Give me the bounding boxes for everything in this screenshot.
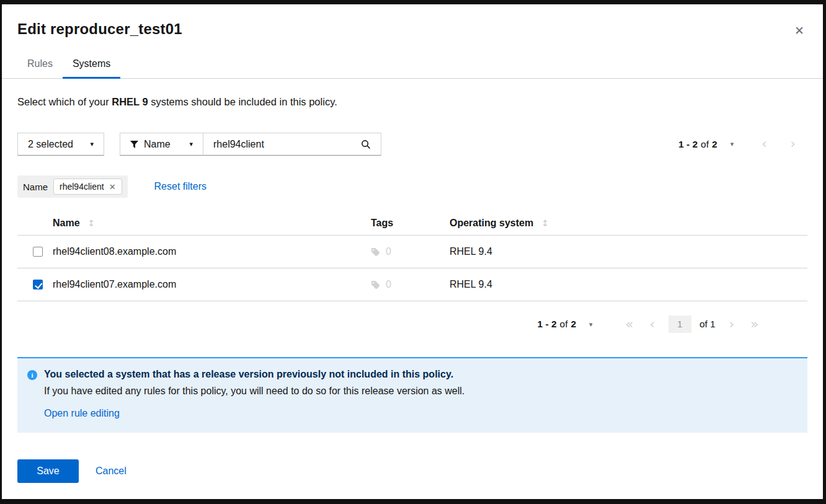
table-row: rhel94client08.example.com 0 RHEL 9.4 [17,236,807,268]
modal-title: Edit reproducer_test01 [17,20,807,38]
alert-title: You selected a system that has a release… [44,369,453,380]
header-checkbox-cell [17,211,53,236]
modal-backdrop: Edit reproducer_test01 ✕ Rules Systems S… [0,0,826,504]
sort-icon[interactable]: ↕ [541,218,549,228]
tags-cell[interactable]: 0 [371,246,450,257]
sort-icon[interactable]: ↕ [88,218,95,228]
save-button[interactable]: Save [17,459,79,483]
row-checkbox[interactable] [33,247,43,257]
tab-rules[interactable]: Rules [17,52,63,78]
alert-header: i You selected a system that has a relea… [27,369,797,380]
bulk-select-dropdown[interactable]: 2 selected ▾ [17,133,104,156]
tags-cell[interactable]: 0 [371,279,450,290]
description-rhel-version: RHEL 9 [112,96,148,107]
pagination-nav: ‹ › [750,138,807,151]
description-text: Select which of your RHEL 9 systems shou… [17,96,807,108]
description-prefix: Select which of your [17,96,112,107]
description-suffix: systems should be included in this polic… [148,96,337,107]
search-input[interactable] [213,139,350,150]
tag-icon [371,247,380,257]
pagination-of: of [701,139,709,150]
caret-down-icon: ▾ [90,140,94,148]
tag-count: 0 [386,279,391,290]
modal-header: Edit reproducer_test01 ✕ [2,4,823,38]
per-page-menu-toggle[interactable]: 1 - 2 of 2 ▾ [678,139,734,150]
pagination-top: 1 - 2 of 2 ▾ ‹ › [678,138,807,151]
chip-value: rhel94client [60,182,104,192]
alert-description: If you have edited any rules for this po… [44,386,797,397]
cancel-button[interactable]: Cancel [95,466,127,477]
caret-down-icon: ▾ [731,140,734,148]
column-header-tags-label: Tags [371,218,393,228]
filter-toolbar: 2 selected ▾ Name ▾ [17,133,807,156]
pagination-range: 1 - 2 [678,139,698,150]
system-name-cell: rhel94client07.example.com [53,268,371,301]
toolbar-filters: 2 selected ▾ Name ▾ [17,133,381,156]
caret-down-icon: ▾ [189,140,193,148]
modal-body: Select which of your RHEL 9 systems shou… [2,79,823,441]
first-page-icon[interactable]: « [618,318,642,331]
close-icon[interactable]: ✕ [791,24,808,37]
row-checkbox[interactable] [33,280,43,290]
open-rule-editing-link[interactable]: Open rule editing [44,408,120,419]
per-page-menu-toggle[interactable]: 1 - 2 of 2 ▾ [538,319,593,330]
pagination-total: 2 [571,319,576,330]
last-page-icon[interactable]: » [742,318,766,331]
chevron-left-icon[interactable]: ‹ [750,138,778,151]
filter-icon [130,141,138,148]
edit-policy-modal: Edit reproducer_test01 ✕ Rules Systems S… [2,4,823,499]
tab-bar: Rules Systems [2,52,823,79]
systems-table: Name↕ Tags Operating system↕ rhel94clien… [17,211,807,301]
system-name-cell: rhel94client08.example.com [53,236,371,268]
column-header-os-label: Operating system [450,218,533,228]
tag-count: 0 [386,246,391,257]
chevron-left-icon[interactable]: ‹ [641,318,662,331]
search-filter-group: Name ▾ [120,133,381,156]
pagination-of: of [560,319,568,330]
info-icon: i [27,370,37,380]
os-cell: RHEL 9.4 [450,236,807,268]
filter-chip: rhel94client ✕ [53,179,122,195]
column-header-tags: Tags [371,211,450,236]
total-pages-label: of 1 [699,319,716,330]
filter-type-dropdown[interactable]: Name ▾ [120,133,203,156]
table-row: rhel94client07.example.com 0 RHEL 9.4 [17,268,807,301]
pagination-bottom: 1 - 2 of 2 ▾ « ‹ of 1 › » [17,311,807,338]
pagination-nav: « ‹ of 1 › » [618,316,766,333]
chevron-right-icon[interactable]: › [779,138,807,151]
caret-down-icon: ▾ [589,321,593,329]
info-alert: i You selected a system that has a relea… [17,357,807,433]
modal-footer: Save Cancel [2,441,823,499]
active-filters-row: Name rhel94client ✕ Reset filters [17,175,807,198]
pagination-total: 2 [712,139,717,150]
tab-systems[interactable]: Systems [63,52,120,78]
current-page-input[interactable] [668,316,691,333]
search-field [203,133,381,156]
chevron-right-icon[interactable]: › [721,318,742,331]
column-header-name-label: Name [53,218,80,228]
pagination-range: 1 - 2 [538,319,557,330]
filter-chip-group: Name rhel94client ✕ [17,175,128,198]
bulk-select-label: 2 selected [28,139,73,150]
search-icon[interactable] [361,139,371,149]
table-header-row: Name↕ Tags Operating system↕ [17,211,807,236]
tag-icon [371,280,380,290]
reset-filters-link[interactable]: Reset filters [154,181,206,192]
remove-chip-icon[interactable]: ✕ [109,183,116,191]
filter-type-label: Name [144,139,171,150]
os-cell: RHEL 9.4 [450,268,807,301]
chip-category-label: Name [23,182,48,192]
column-header-name: Name↕ [53,211,371,236]
column-header-os: Operating system↕ [450,211,807,236]
